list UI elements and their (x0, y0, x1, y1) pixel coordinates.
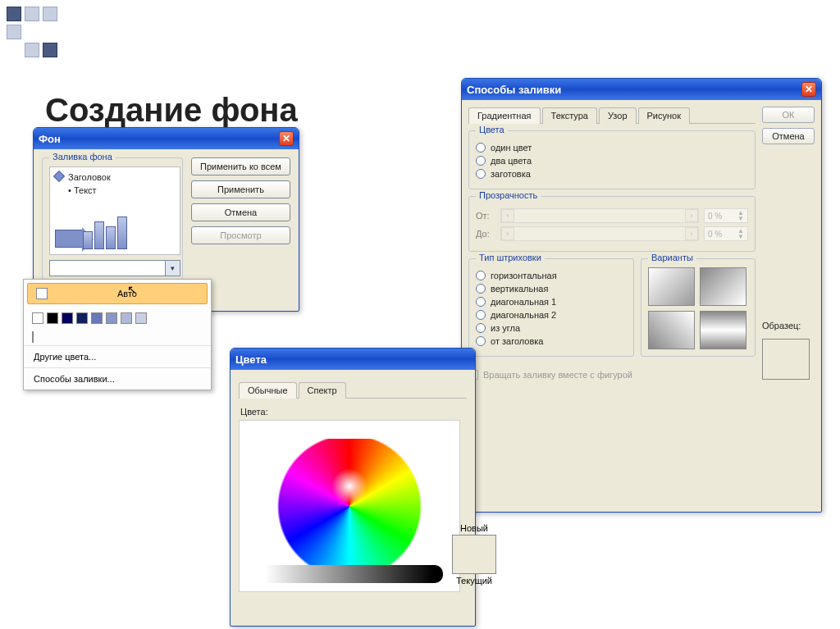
chevron-right-icon: › (685, 209, 698, 222)
chevron-down-icon[interactable]: ▾ (165, 261, 180, 276)
radio-horizontal[interactable] (476, 271, 486, 280)
variants-group-legend: Варианты (648, 253, 696, 262)
tab-gradient[interactable]: Градиентная (468, 107, 541, 124)
fill-group-legend: Заливка фона (49, 152, 116, 162)
background-titlebar[interactable]: Фон ✕ (34, 128, 299, 149)
transparency-group-legend: Прозрачность (476, 190, 541, 200)
tab-pattern[interactable]: Узор (599, 107, 637, 124)
to-slider: ‹› (500, 226, 699, 241)
auto-swatch-icon (36, 288, 48, 299)
colors-titlebar[interactable]: Цвета (231, 349, 475, 370)
close-icon[interactable]: ✕ (801, 82, 816, 97)
from-percent: 0 %▲▼ (704, 208, 748, 223)
variant-tile[interactable] (648, 267, 695, 306)
color-swatch[interactable] (121, 312, 132, 324)
radio-vertical-label: вертикальная (491, 284, 548, 294)
colors-group-legend: Цвета (476, 125, 508, 134)
radio-two-colors[interactable] (476, 156, 486, 166)
preview-heading: Заголовок (68, 172, 111, 182)
radio-preset[interactable] (476, 169, 486, 179)
chevron-left-icon: ‹ (501, 209, 514, 222)
slide-decoration (5, 5, 59, 59)
new-color-box (452, 535, 496, 574)
colors-label: Цвета: (240, 407, 467, 417)
radio-diag1-label: диагональная 1 (491, 297, 556, 307)
apply-button[interactable]: Применить (191, 180, 290, 198)
color-swatch[interactable] (62, 312, 73, 324)
radio-one-color-label: один цвет (491, 143, 532, 153)
new-label: Новый (445, 523, 503, 533)
radio-corner[interactable] (476, 323, 486, 333)
from-slider: ‹› (500, 208, 699, 223)
radio-two-colors-label: два цвета (491, 156, 532, 166)
fill-effects-title: Способы заливки (467, 84, 561, 96)
preview-button: Просмотр (191, 226, 290, 244)
variant-grid (648, 267, 746, 349)
cancel-button[interactable]: Отмена (191, 203, 290, 221)
apply-all-button[interactable]: Применить ко всем (191, 157, 290, 175)
close-icon[interactable]: ✕ (279, 131, 294, 146)
color-hexagon[interactable] (239, 420, 460, 592)
background-title: Фон (39, 133, 61, 145)
chevron-right-icon: › (685, 227, 698, 240)
hatch-group-legend: Тип штриховки (476, 253, 545, 262)
fill-effects-dialog: Способы заливки ✕ Градиентная Текстура У… (461, 78, 822, 513)
radio-one-color[interactable] (476, 143, 486, 153)
variant-tile[interactable] (700, 311, 746, 349)
ok-button: ОК (762, 107, 815, 123)
radio-corner-label: из угла (491, 323, 520, 333)
rotate-label: Вращать заливку вместе с фигурой (483, 370, 632, 380)
variant-tile[interactable] (700, 267, 746, 306)
color-swatch[interactable] (76, 312, 88, 324)
page-title: Создание фона (45, 92, 298, 129)
to-percent: 0 %▲▼ (704, 226, 748, 241)
tab-spectrum[interactable]: Спектр (299, 382, 346, 399)
auto-color-row[interactable]: Авто (27, 283, 208, 304)
colors-title: Цвета (235, 353, 267, 366)
from-label: От: (476, 211, 495, 221)
sample-box (762, 339, 810, 380)
auto-label: Авто (56, 289, 199, 299)
current-label: Текущий (445, 576, 503, 586)
colors-dialog: Цвета Обычные Спектр Цвета: (230, 348, 476, 627)
chevron-left-icon: ‹ (501, 227, 514, 240)
preview-bullet: Текст (74, 185, 97, 195)
to-label: До: (476, 229, 495, 239)
slide-preview: Заголовок • Текст (49, 166, 180, 255)
radio-from-title-label: от заголовка (491, 336, 543, 346)
radio-from-title[interactable] (476, 336, 486, 346)
more-colors-item[interactable]: Другие цвета... (24, 345, 211, 367)
radio-diag1[interactable] (476, 297, 486, 307)
sample-label: Образец: (762, 321, 815, 330)
variant-tile[interactable] (648, 311, 695, 349)
color-swatch[interactable] (91, 312, 103, 324)
color-swatch[interactable] (135, 312, 147, 324)
color-swatch[interactable] (32, 312, 43, 324)
color-picker-flyout: Авто ↖ Другие цвета... Способы заливки..… (23, 279, 212, 390)
tab-standard[interactable]: Обычные (239, 382, 297, 399)
radio-preset-label: заготовка (491, 169, 531, 179)
palette-row (24, 308, 211, 329)
fill-effects-item[interactable]: Способы заливки... (24, 367, 211, 390)
grayscale-strip[interactable] (256, 565, 443, 583)
cancel-button-fill[interactable]: Отмена (762, 128, 815, 144)
radio-diag2-label: диагональная 2 (491, 310, 556, 320)
radio-vertical[interactable] (476, 284, 486, 294)
recent-color-swatch[interactable] (32, 331, 34, 343)
fill-effects-titlebar[interactable]: Способы заливки ✕ (462, 79, 821, 100)
color-swatch[interactable] (106, 312, 117, 324)
tab-texture[interactable]: Текстура (542, 107, 597, 124)
radio-horizontal-label: горизонтальная (491, 271, 557, 280)
tab-picture[interactable]: Рисунок (638, 107, 691, 124)
color-swatch[interactable] (47, 312, 58, 324)
new-current-panel: Новый Текущий (445, 523, 503, 586)
background-fill-dropdown[interactable]: ▾ (49, 260, 180, 276)
radio-diag2[interactable] (476, 310, 486, 320)
